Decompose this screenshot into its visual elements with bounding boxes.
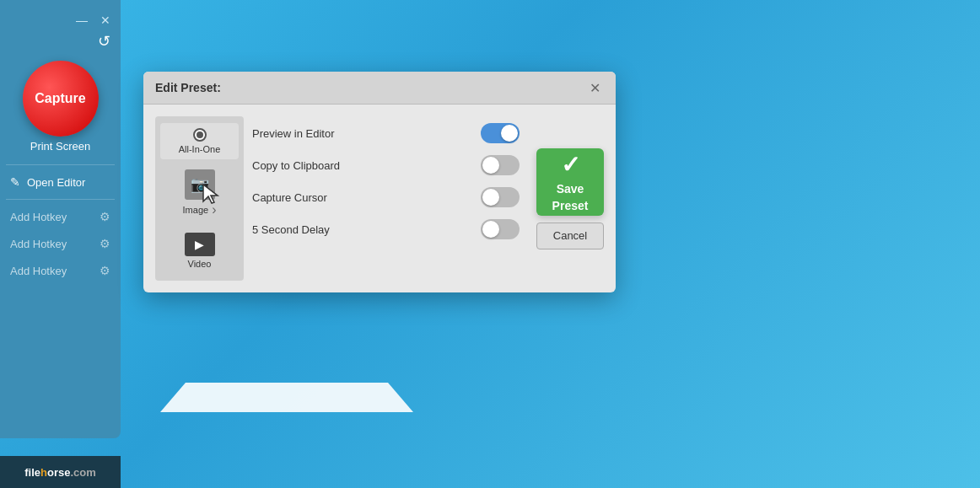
preset-all-in-one[interactable]: All-In-One — [160, 123, 239, 159]
filehorse-logo: filehorse.com — [24, 466, 96, 479]
undo-icon: ↺ — [98, 32, 110, 51]
option-delay: 5 Second Delay — [252, 216, 520, 243]
dialog-title: Edit Preset: — [155, 81, 221, 94]
option-cursor-label: Capture Cursor — [252, 191, 327, 204]
option-delay-label: 5 Second Delay — [252, 223, 330, 236]
edit-preset-dialog: Edit Preset: ✕ All-In-One 📷 — [143, 72, 616, 292]
add-hotkey-item-3[interactable]: Add Hotkey ⚙ — [0, 257, 121, 284]
save-preset-label-line2: Preset — [552, 199, 589, 212]
add-hotkey-item-2[interactable]: Add Hotkey ⚙ — [0, 230, 121, 257]
gear-icon-2: ⚙ — [100, 237, 110, 250]
options-panel: Preview in Editor Copy to Clipboard Capt… — [252, 116, 520, 281]
gear-icon-3: ⚙ — [100, 264, 110, 277]
open-editor-label: Open Editor — [27, 176, 85, 189]
add-hotkey-label-1: Add Hotkey — [10, 211, 67, 223]
preset-type-panel: All-In-One 📷 Image › — [155, 116, 244, 281]
divider-2 — [6, 199, 115, 200]
close-button[interactable]: ✕ — [97, 12, 114, 29]
open-editor-item[interactable]: ✎ Open Editor — [0, 169, 121, 196]
image-chevron: › — [212, 202, 216, 217]
option-preview-label: Preview in Editor — [252, 127, 335, 140]
save-preset-label-line1: Save — [557, 182, 584, 196]
divider-1 — [6, 164, 115, 165]
sidebar-top-bar: — ✕ — [0, 8, 121, 32]
save-preset-button[interactable]: ✓ Save Preset — [536, 148, 604, 216]
dialog-actions: ✓ Save Preset Cancel — [528, 116, 604, 281]
dialog-title-bar: Edit Preset: ✕ — [143, 72, 616, 105]
capture-button[interactable]: Capture — [23, 61, 99, 137]
option-preview: Preview in Editor — [252, 120, 520, 147]
print-screen-label: Print Screen — [30, 140, 91, 153]
preset-all-in-one-label: All-In-One — [179, 144, 221, 154]
option-cursor: Capture Cursor — [252, 184, 520, 211]
add-hotkey-label-2: Add Hotkey — [10, 238, 67, 250]
radio-all-in-one — [193, 128, 207, 142]
option-clipboard: Copy to Clipboard — [252, 152, 520, 179]
preset-video[interactable]: ▶ Video — [160, 228, 239, 274]
dialog-close-button[interactable]: ✕ — [585, 78, 604, 97]
gear-icon-1: ⚙ — [100, 210, 110, 223]
checkmark-icon: ✓ — [561, 151, 580, 179]
cancel-button[interactable]: Cancel — [536, 223, 604, 249]
toggle-cursor[interactable] — [481, 187, 520, 207]
video-icon-box: ▶ — [185, 233, 215, 256]
preset-image-label: Image — [183, 205, 209, 215]
toggle-delay[interactable] — [481, 219, 520, 239]
preset-image[interactable]: 📷 Image › — [160, 164, 239, 223]
toggle-clipboard[interactable] — [481, 155, 520, 175]
option-clipboard-label: Copy to Clipboard — [252, 159, 340, 172]
editor-icon: ✎ — [10, 175, 20, 189]
add-hotkey-label-3: Add Hotkey — [10, 265, 67, 277]
dialog-body: All-In-One 📷 Image › — [143, 105, 616, 292]
sidebar-panel: — ✕ ↺ Capture Print Screen ✎ Open Editor… — [0, 0, 121, 438]
filehorse-bar: filehorse.com — [0, 456, 121, 488]
add-hotkey-item-1[interactable]: Add Hotkey ⚙ — [0, 203, 121, 230]
image-icon-box: 📷 — [185, 169, 215, 200]
minimize-button[interactable]: — — [73, 12, 90, 29]
paper-shape-bottom — [160, 383, 413, 412]
toggle-preview[interactable] — [481, 123, 520, 143]
preset-video-label: Video — [188, 259, 212, 269]
